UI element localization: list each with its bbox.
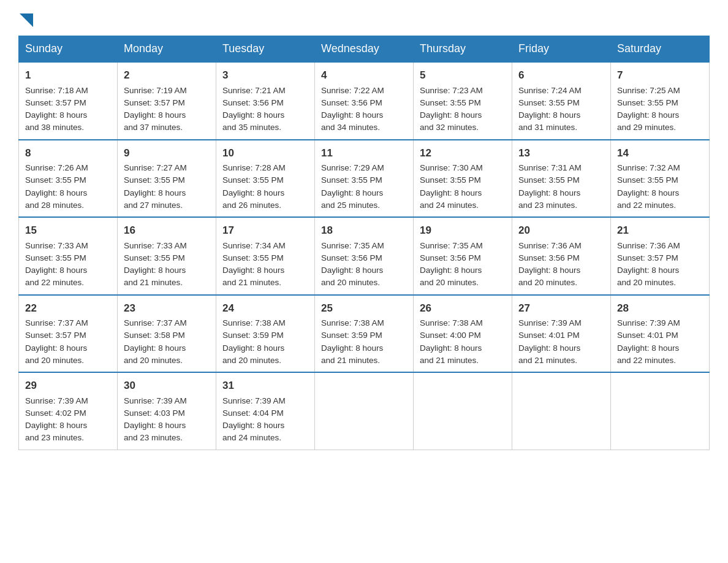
daylight-label: Daylight: 8 hours xyxy=(25,188,87,197)
sunset-label: Sunset: 3:57 PM xyxy=(124,98,185,107)
day-number: 16 xyxy=(124,223,210,239)
daylight-label: Daylight: 8 hours xyxy=(222,343,284,353)
daylight-label: Daylight: 8 hours xyxy=(124,343,186,353)
sunrise-label: Sunrise: 7:25 AM xyxy=(617,86,680,95)
daylight-label: Daylight: 8 hours xyxy=(420,110,482,120)
sunset-label: Sunset: 3:55 PM xyxy=(420,175,481,185)
daylight-minutes: and 23 minutes. xyxy=(518,201,577,210)
sunrise-label: Sunrise: 7:27 AM xyxy=(124,163,187,172)
sunrise-label: Sunrise: 7:36 AM xyxy=(518,241,582,250)
daylight-minutes: and 21 minutes. xyxy=(420,356,479,365)
calendar-week-row: 22 Sunrise: 7:37 AM Sunset: 3:57 PM Dayl… xyxy=(19,295,710,373)
sunrise-label: Sunrise: 7:39 AM xyxy=(25,396,88,405)
day-number: 23 xyxy=(124,301,210,316)
daylight-label: Daylight: 8 hours xyxy=(321,188,383,197)
calendar-week-row: 8 Sunrise: 7:26 AM Sunset: 3:55 PM Dayli… xyxy=(19,140,710,218)
calendar-cell: 7 Sunrise: 7:25 AM Sunset: 3:55 PM Dayli… xyxy=(611,62,710,140)
sunrise-label: Sunrise: 7:38 AM xyxy=(222,318,286,327)
calendar-header-row: SundayMondayTuesdayWednesdayThursdayFrid… xyxy=(19,36,710,63)
day-number: 27 xyxy=(518,301,604,316)
day-number: 14 xyxy=(617,145,703,161)
daylight-minutes: and 34 minutes. xyxy=(321,123,380,132)
calendar-cell: 8 Sunrise: 7:26 AM Sunset: 3:55 PM Dayli… xyxy=(19,140,118,218)
daylight-minutes: and 21 minutes. xyxy=(222,278,281,287)
calendar-cell: 27 Sunrise: 7:39 AM Sunset: 4:01 PM Dayl… xyxy=(512,295,611,373)
calendar-cell xyxy=(512,372,611,450)
daylight-label: Daylight: 8 hours xyxy=(420,266,482,275)
sunrise-label: Sunrise: 7:38 AM xyxy=(321,318,384,327)
day-number: 30 xyxy=(124,378,210,394)
day-number: 22 xyxy=(25,301,111,316)
daylight-label: Daylight: 8 hours xyxy=(25,421,87,430)
sunset-label: Sunset: 3:56 PM xyxy=(222,98,284,107)
daylight-label: Daylight: 8 hours xyxy=(25,343,87,353)
weekday-header-monday: Monday xyxy=(118,36,216,63)
calendar-cell: 20 Sunrise: 7:36 AM Sunset: 3:56 PM Dayl… xyxy=(512,217,611,295)
calendar-cell: 1 Sunrise: 7:18 AM Sunset: 3:57 PM Dayli… xyxy=(19,62,118,140)
sunrise-label: Sunrise: 7:32 AM xyxy=(617,163,680,172)
day-number: 2 xyxy=(124,67,210,83)
day-number: 6 xyxy=(518,67,604,83)
sunrise-label: Sunrise: 7:31 AM xyxy=(518,163,582,172)
daylight-minutes: and 21 minutes. xyxy=(321,356,380,365)
daylight-label: Daylight: 8 hours xyxy=(124,266,186,275)
day-number: 24 xyxy=(222,301,308,316)
sunset-label: Sunset: 3:55 PM xyxy=(617,175,678,185)
daylight-minutes: and 22 minutes. xyxy=(25,278,84,287)
weekday-header-thursday: Thursday xyxy=(414,36,512,63)
calendar-cell: 30 Sunrise: 7:39 AM Sunset: 4:03 PM Dayl… xyxy=(118,372,216,450)
daylight-minutes: and 20 minutes. xyxy=(617,278,676,287)
calendar-cell: 28 Sunrise: 7:39 AM Sunset: 4:01 PM Dayl… xyxy=(611,295,710,373)
calendar-cell: 6 Sunrise: 7:24 AM Sunset: 3:55 PM Dayli… xyxy=(512,62,611,140)
logo-triangle-icon xyxy=(20,13,33,27)
daylight-label: Daylight: 8 hours xyxy=(124,188,186,197)
daylight-minutes: and 27 minutes. xyxy=(124,201,183,210)
calendar-cell: 11 Sunrise: 7:29 AM Sunset: 3:55 PM Dayl… xyxy=(315,140,414,218)
daylight-minutes: and 24 minutes. xyxy=(222,433,281,442)
sunrise-label: Sunrise: 7:29 AM xyxy=(321,163,384,172)
daylight-minutes: and 25 minutes. xyxy=(321,201,380,210)
calendar-cell: 12 Sunrise: 7:30 AM Sunset: 3:55 PM Dayl… xyxy=(414,140,512,218)
daylight-minutes: and 23 minutes. xyxy=(25,433,84,442)
sunset-label: Sunset: 3:58 PM xyxy=(124,331,185,340)
sunrise-label: Sunrise: 7:35 AM xyxy=(321,241,384,250)
calendar-week-row: 15 Sunrise: 7:33 AM Sunset: 3:55 PM Dayl… xyxy=(19,217,710,295)
daylight-minutes: and 20 minutes. xyxy=(518,278,577,287)
sunrise-label: Sunrise: 7:39 AM xyxy=(518,318,582,327)
daylight-label: Daylight: 8 hours xyxy=(321,110,383,120)
calendar-cell: 23 Sunrise: 7:37 AM Sunset: 3:58 PM Dayl… xyxy=(118,295,216,373)
sunrise-label: Sunrise: 7:36 AM xyxy=(617,241,680,250)
sunset-label: Sunset: 3:56 PM xyxy=(321,98,382,107)
sunrise-label: Sunrise: 7:39 AM xyxy=(617,318,680,327)
sunrise-label: Sunrise: 7:18 AM xyxy=(25,86,88,95)
daylight-minutes: and 20 minutes. xyxy=(124,356,183,365)
page-header xyxy=(18,12,710,23)
calendar-week-row: 29 Sunrise: 7:39 AM Sunset: 4:02 PM Dayl… xyxy=(19,372,710,450)
daylight-label: Daylight: 8 hours xyxy=(617,110,679,120)
daylight-label: Daylight: 8 hours xyxy=(222,266,284,275)
daylight-minutes: and 23 minutes. xyxy=(124,433,183,442)
day-number: 10 xyxy=(222,145,308,161)
day-number: 18 xyxy=(321,223,407,239)
sunset-label: Sunset: 3:55 PM xyxy=(518,98,580,107)
calendar-cell: 4 Sunrise: 7:22 AM Sunset: 3:56 PM Dayli… xyxy=(315,62,414,140)
sunset-label: Sunset: 3:55 PM xyxy=(420,98,481,107)
daylight-label: Daylight: 8 hours xyxy=(222,110,284,120)
calendar-cell: 13 Sunrise: 7:31 AM Sunset: 3:55 PM Dayl… xyxy=(512,140,611,218)
sunrise-label: Sunrise: 7:38 AM xyxy=(420,318,483,327)
sunset-label: Sunset: 3:55 PM xyxy=(222,253,284,262)
day-number: 8 xyxy=(25,145,111,161)
day-number: 11 xyxy=(321,145,407,161)
sunrise-label: Sunrise: 7:21 AM xyxy=(222,86,286,95)
sunset-label: Sunset: 3:56 PM xyxy=(420,253,481,262)
day-number: 20 xyxy=(518,223,604,239)
calendar-cell: 29 Sunrise: 7:39 AM Sunset: 4:02 PM Dayl… xyxy=(19,372,118,450)
daylight-minutes: and 21 minutes. xyxy=(124,278,183,287)
calendar-cell: 19 Sunrise: 7:35 AM Sunset: 3:56 PM Dayl… xyxy=(414,217,512,295)
sunset-label: Sunset: 4:00 PM xyxy=(420,331,481,340)
sunset-label: Sunset: 3:55 PM xyxy=(25,253,86,262)
day-number: 13 xyxy=(518,145,604,161)
calendar-cell xyxy=(315,372,414,450)
day-number: 7 xyxy=(617,67,703,83)
sunrise-label: Sunrise: 7:39 AM xyxy=(222,396,286,405)
